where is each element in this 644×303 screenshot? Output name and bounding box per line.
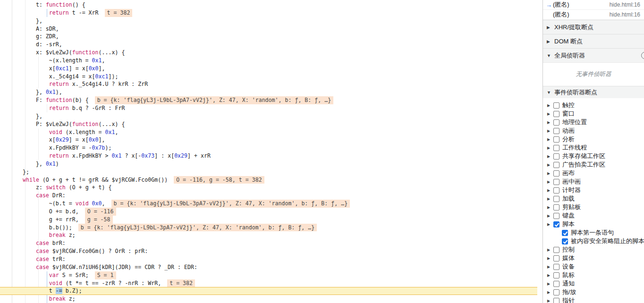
code-line[interactable]: }, 0x1), (0, 88, 537, 96)
checkbox-unchecked[interactable] (553, 196, 559, 202)
expand-arrow-icon[interactable]: ▶ (547, 163, 553, 167)
expand-arrow-icon[interactable]: ▶ (547, 129, 553, 133)
code-line[interactable]: case $vjRCGW.n7iUH6[kDR](JDR) == CDR ? _… (0, 263, 537, 271)
checkbox-unchecked[interactable] (553, 281, 559, 287)
event-category-row[interactable]: ▶通知 (543, 279, 644, 288)
code-line[interactable]: case $vjRCGW.Fco0Gm() ? OrR : prR: (0, 247, 537, 255)
checkbox-checked[interactable] (553, 221, 559, 227)
source-editor[interactable]: t: function() { return t -= XrRt = 382 }… (0, 0, 542, 303)
code-line[interactable]: void (t *= t == -zrR ? -nrR : WrR,t = 38… (0, 279, 537, 287)
event-category-row[interactable]: ▶画布 (543, 169, 644, 177)
event-category-row[interactable]: ▶动画 (543, 126, 644, 135)
call-stack-frame[interactable]: →(匿名)hide.html:16 (543, 0, 644, 10)
checkbox-unchecked[interactable] (553, 289, 559, 295)
expand-arrow-icon[interactable]: ▼ (547, 53, 554, 58)
expand-arrow-icon[interactable]: ▶ (547, 180, 553, 184)
code-line[interactable]: case brR: (0, 239, 537, 247)
expand-arrow-icon[interactable]: ▶ (547, 197, 553, 201)
event-category-row[interactable]: ▶触控 (543, 101, 644, 109)
expand-arrow-icon[interactable]: ▼ (547, 90, 554, 95)
expand-arrow-icon[interactable]: ▶ (547, 273, 553, 278)
current-execution-line[interactable]: t -= b.Z); (0, 287, 537, 295)
code-line[interactable]: return x._5c4gi4.U ? krR : ZrR (0, 80, 537, 88)
code-line[interactable]: while (O + g + t != grR && $vjRCGW.Fco0G… (0, 176, 537, 184)
expand-arrow-icon[interactable]: ▶ (547, 120, 553, 125)
code-line[interactable]: break z; (0, 295, 537, 303)
event-category-row[interactable]: ▶计时器 (543, 186, 644, 194)
code-line[interactable]: d: -srR, (0, 41, 537, 49)
checkbox-checked[interactable] (562, 230, 568, 236)
expand-arrow-icon[interactable]: ▶ (547, 222, 553, 227)
event-category-row[interactable]: ▶控制 (543, 245, 644, 254)
code-line[interactable]: g: ZDR, (0, 33, 537, 41)
code-line[interactable]: A: sDR, (0, 25, 537, 33)
checkbox-unchecked[interactable] (553, 255, 559, 261)
checkbox-unchecked[interactable] (553, 264, 559, 270)
expand-arrow-icon[interactable]: ▶ (547, 256, 553, 261)
section-event-listener-breakpoints[interactable]: ▼ 事件侦听器断点 (543, 86, 644, 98)
expand-arrow-icon[interactable]: ▶ (547, 290, 553, 295)
code-line[interactable]: P: $vLeZwJ(function(...x) { (0, 120, 537, 128)
event-category-row[interactable]: ▶共享存储工作区 (543, 152, 644, 160)
event-category-row[interactable]: ▶加载 (543, 194, 644, 203)
expand-arrow-icon[interactable]: ▶ (547, 188, 553, 193)
code-line[interactable]: case DrR: (0, 192, 537, 200)
expand-arrow-icon[interactable]: ▶ (547, 112, 553, 116)
checkbox-unchecked[interactable] (553, 119, 559, 126)
checkbox-unchecked[interactable] (553, 170, 559, 177)
code-line[interactable]: g += rrR,g = -58 (0, 216, 537, 224)
checkbox-unchecked[interactable] (553, 128, 559, 134)
checkbox-unchecked[interactable] (553, 213, 559, 219)
code-line[interactable]: void (x.length = 0x1, (0, 128, 537, 136)
code-line[interactable]: t: function() { (0, 1, 537, 9)
event-category-row[interactable]: ▶鼠标 (543, 271, 644, 279)
code-line[interactable]: case trR: (0, 255, 537, 263)
expand-arrow-icon[interactable]: ▶ (547, 103, 553, 108)
checkbox-unchecked[interactable] (553, 272, 559, 278)
code-line[interactable]: x[0x29] = x[0x0], (0, 136, 537, 144)
event-category-row[interactable]: ▶设备 (543, 262, 644, 271)
checkbox-unchecked[interactable] (553, 162, 559, 168)
event-category-row[interactable]: ▶指针 (543, 296, 644, 303)
event-category-row[interactable]: ▶键盘 (543, 211, 644, 220)
code-line[interactable]: ~(b.t = void 0x0,b = {k: 'flag{yL3j-L9bL… (0, 200, 537, 208)
code-line[interactable]: x.FpdHkBY = -0x7b); (0, 144, 537, 152)
section-xhr-breakpoints[interactable]: ▶ XHR/提取断点 (543, 20, 644, 34)
collapse-arrow-icon[interactable]: ▶ (547, 39, 554, 44)
checkbox-unchecked[interactable] (553, 247, 559, 253)
checkbox-unchecked[interactable] (553, 204, 559, 210)
code-line[interactable]: O += b.d,O = -116 (0, 208, 537, 216)
code-line[interactable]: F: function(b) {b = {k: 'flag{yL3j-L9bL-… (0, 96, 537, 104)
event-category-row[interactable]: ▶画中画 (543, 177, 644, 186)
expand-arrow-icon[interactable]: ▶ (547, 205, 553, 210)
section-global-listeners[interactable]: ▼ 全局侦听器 (543, 48, 644, 62)
expand-arrow-icon[interactable]: ▶ (547, 171, 553, 176)
code-line[interactable]: ~(x.length = 0x1, (0, 57, 537, 65)
checkbox-unchecked[interactable] (553, 187, 559, 194)
refresh-icon[interactable] (641, 52, 644, 59)
checkbox-unchecked[interactable] (553, 153, 559, 160)
code-line[interactable]: return t -= XrRt = 382 (0, 9, 537, 17)
section-dom-breakpoints[interactable]: ▶ DOM 断点 (543, 34, 644, 48)
code-line[interactable]: z: switch (O + g + t) { (0, 184, 537, 192)
event-category-row[interactable]: ▶广告拍卖工作区 (543, 160, 644, 169)
checkbox-unchecked[interactable] (553, 179, 559, 185)
code-line[interactable]: var S = SrR;S = 1 (0, 271, 537, 279)
code-line[interactable]: return b.q ? -GrR : FrR (0, 104, 537, 112)
checkbox-unchecked[interactable] (553, 298, 559, 303)
code-line[interactable]: x._5c4gi4 = x[0xc1]); (0, 73, 537, 81)
checkbox-unchecked[interactable] (553, 102, 559, 109)
event-category-row[interactable]: ▶工作线程 (543, 143, 644, 152)
code-line[interactable]: b.b());b = {k: 'flag{yL3j-L9bL-3pA7-vV2j… (0, 224, 537, 232)
event-category-row[interactable]: ▶媒体 (543, 254, 644, 262)
frame-location-link[interactable]: hide.html:16 (610, 1, 640, 8)
event-category-row[interactable]: ▶地理位置 (543, 118, 644, 126)
event-breakpoint-row[interactable]: 被内容安全策略阻止的脚本 (543, 237, 644, 245)
code-line[interactable]: }, (0, 17, 537, 25)
code-line[interactable]: x[0xc1] = x[0x0], (0, 65, 537, 73)
expand-arrow-icon[interactable]: ▶ (547, 146, 553, 150)
event-category-row[interactable]: ▶窗口 (543, 109, 644, 118)
call-stack-frame[interactable]: (匿名)hide.html:16 (543, 10, 644, 20)
event-category-row[interactable]: ▶脚本 (543, 220, 644, 228)
code-line[interactable]: }; (0, 168, 537, 176)
